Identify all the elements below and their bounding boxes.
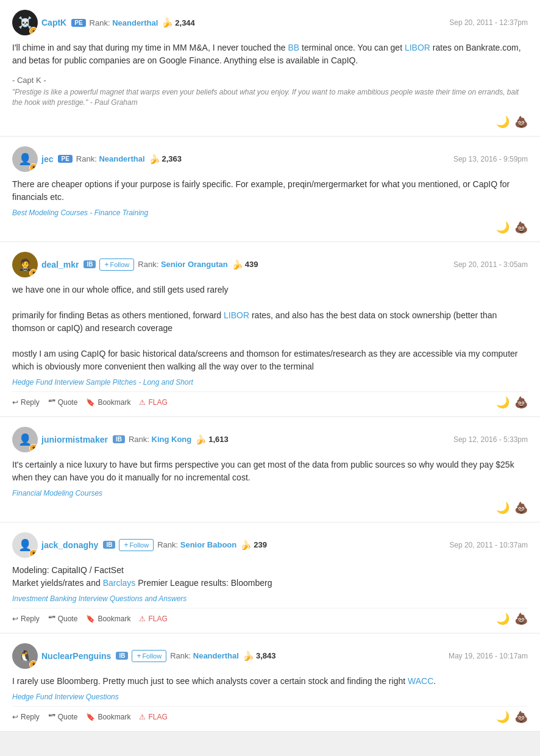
banana-count: 439 [245,260,258,269]
banana-icon: 🍌 [243,651,254,661]
quote-button[interactable]: ❝❞ Quote [48,398,78,407]
banana-count-wrap: 🍌2,363 [149,154,182,165]
bookmark-icon: 🔖 [86,713,95,721]
comment-body: I rarely use Bloomberg. Pretty much just… [12,675,528,688]
inline-vote-area: 🌙 💩 [496,710,528,724]
upvote-icon[interactable]: 🌙 [496,396,510,409]
upvote-icon[interactable]: 🌙 [496,115,510,129]
comment-block: ☠️★CaptKPERank: Neanderthal🍌2,344Sep 20,… [0,0,540,137]
rank-name[interactable]: Neanderthal [99,154,144,163]
username[interactable]: jack_donaghy [41,540,98,550]
downvote-icon[interactable]: 💩 [514,115,528,129]
upvote-icon[interactable]: 🌙 [496,710,510,724]
action-bar: ↩ Reply❝❞ Quote🔖 Bookmark⚠ FLAG 🌙 💩 [12,391,528,409]
reply-icon: ↩ [12,398,18,407]
comment-header: 👤★jecPERank: Neanderthal🍌2,363Sep 13, 20… [12,146,528,172]
bookmark-icon: 🔖 [86,398,95,407]
quote-button[interactable]: ❝❞ Quote [48,713,78,721]
comment-block: 🐧★NuclearPenguinsIB FollowRank: Neandert… [0,633,540,732]
avatar-badge-star: ★ [29,549,38,558]
upvote-icon[interactable]: 🌙 [496,221,510,234]
reply-button[interactable]: ↩ Reply [12,713,40,721]
banana-icon: 🍌 [240,540,252,551]
sponsored-link[interactable]: Financial Modeling Courses [12,489,528,497]
comment-block: 👤★juniormistmakerIBRank: King Kong🍌1,613… [0,417,540,522]
vote-only-area: 🌙 💩 [12,221,528,234]
quote-icon: ❝❞ [48,615,55,623]
sponsored-link[interactable]: Hedge Fund Interview Sample Pitches - Lo… [12,378,528,387]
quote-icon: ❝❞ [48,713,55,721]
banana-count: 3,843 [256,651,276,660]
downvote-icon[interactable]: 💩 [514,710,528,724]
flag-icon: ⚠ [139,398,146,407]
flag-button[interactable]: ⚠ FLAG [139,398,167,407]
bookmark-icon: 🔖 [86,615,95,623]
user-badge: PE [58,155,72,163]
username[interactable]: NuclearPenguins [41,651,111,661]
user-badge: PE [71,19,85,27]
flag-button[interactable]: ⚠ FLAG [139,615,167,623]
user-badge: IB [113,435,125,443]
banana-count: 2,363 [162,154,182,163]
downvote-icon[interactable]: 💩 [514,501,528,515]
action-bar: ↩ Reply❝❞ Quote🔖 Bookmark⚠ FLAG 🌙 💩 [12,608,528,626]
rank-name[interactable]: King Kong [152,435,192,444]
username[interactable]: CaptK [41,18,66,27]
timestamp: May 19, 2016 - 10:17am [449,652,528,660]
reply-button[interactable]: ↩ Reply [12,615,40,623]
user-badge: IB [103,541,115,549]
follow-button[interactable]: Follow [119,539,154,551]
follow-button[interactable]: Follow [132,650,166,662]
banana-count: 239 [254,540,267,549]
reply-button[interactable]: ↩ Reply [12,398,40,407]
timestamp: Sep 12, 2016 - 5:33pm [453,435,528,444]
sponsored-link[interactable]: Best Modeling Courses - Finance Training [12,209,528,217]
flag-icon: ⚠ [139,615,146,623]
comment-body: Modeling: CapitalIQ / FactSetMarket yiel… [12,564,528,590]
bookmark-button[interactable]: 🔖 Bookmark [86,713,130,721]
comment-body: It's certainly a nice luxury to have but… [12,458,528,484]
signature-block: - Capt K - "Prestige is like a powerful … [12,72,528,112]
bookmark-button[interactable]: 🔖 Bookmark [86,615,130,623]
username[interactable]: jec [41,154,53,164]
signature-name: - Capt K - [12,76,528,85]
rank-info: Rank: King Kong [129,435,191,444]
quote-button[interactable]: ❝❞ Quote [48,615,78,623]
downvote-icon[interactable]: 💩 [514,612,528,626]
banana-icon: 🍌 [195,434,207,445]
banana-icon: 🍌 [149,154,160,165]
sponsored-link[interactable]: Hedge Fund Interview Questions [12,693,528,701]
rank-info: Rank: Neanderthal [170,651,239,660]
sponsored-link[interactable]: Investment Banking Interview Questions a… [12,594,528,603]
rank-name[interactable]: Senior Orangutan [161,260,228,269]
vote-only-area: 🌙 💩 [12,115,528,129]
downvote-icon[interactable]: 💩 [514,221,528,234]
avatar: 👤★ [12,532,38,558]
avatar: 👤★ [12,146,38,172]
avatar: 🐧★ [12,643,38,669]
banana-count-wrap: 🍌239 [240,540,267,551]
downvote-icon[interactable]: 💩 [514,396,528,409]
comment-header: ☠️★CaptKPERank: Neanderthal🍌2,344Sep 20,… [12,10,528,35]
rank-name[interactable]: Neanderthal [112,18,158,27]
comment-body: we have one in our whole office, and sti… [12,284,528,373]
avatar-badge-star: ★ [29,269,38,277]
rank-name[interactable]: Neanderthal [193,651,239,660]
upvote-icon[interactable]: 🌙 [496,501,510,515]
timestamp: Sep 20, 2011 - 10:37am [449,541,528,549]
follow-button[interactable]: Follow [99,259,134,271]
flag-button[interactable]: ⚠ FLAG [139,713,167,721]
comments-container: ☠️★CaptKPERank: Neanderthal🍌2,344Sep 20,… [0,0,540,732]
username[interactable]: deal_mkr [41,260,79,269]
comment-block: 🤵★deal_mkrIB FollowRank: Senior Oranguta… [0,242,540,417]
reply-icon: ↩ [12,713,18,721]
banana-count-wrap: 🍌1,613 [195,434,229,445]
banana-count: 1,613 [208,435,229,444]
avatar: 🤵★ [12,252,38,277]
comment-body: I'll chime in and say that during my tim… [12,41,528,67]
upvote-icon[interactable]: 🌙 [496,612,510,626]
bookmark-button[interactable]: 🔖 Bookmark [86,398,130,407]
rank-name[interactable]: Senior Baboon [180,540,236,549]
username[interactable]: juniormistmaker [41,435,108,444]
banana-icon: 🍌 [232,259,243,270]
